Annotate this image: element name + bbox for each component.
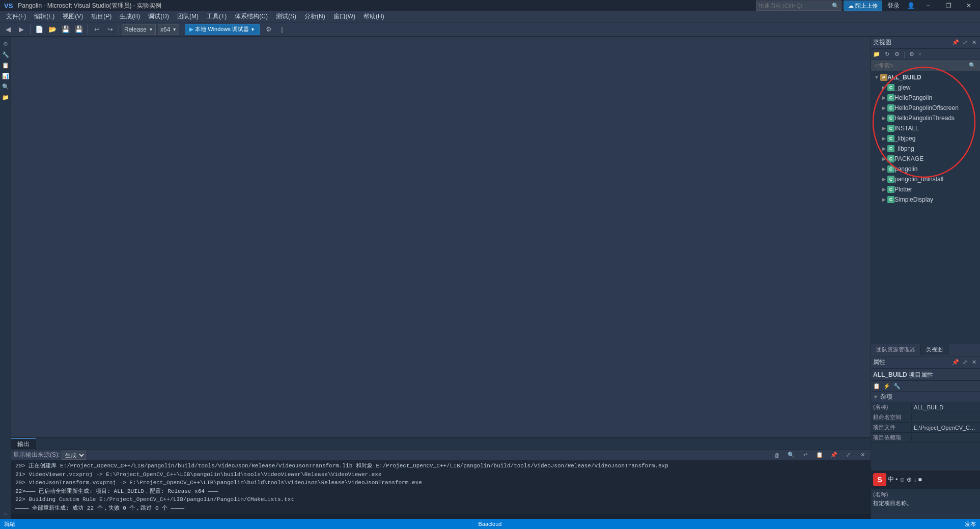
tree-expand-icon: ▶ — [880, 115, 887, 122]
tree-expand-icon: ▶ — [880, 125, 887, 132]
tree-expand-icon: ▶ — [880, 176, 887, 183]
menu-help[interactable]: 帮助(H) — [359, 11, 388, 22]
toolbar-redo[interactable]: ↪ — [104, 23, 116, 36]
tree-item-_libjpeg[interactable]: ▶C_libjpeg — [871, 133, 980, 144]
menu-analyze[interactable]: 分析(N) — [300, 11, 329, 22]
toolbar-extra2[interactable]: | — [276, 23, 288, 36]
menu-team[interactable]: 团队(M) — [173, 11, 203, 22]
toolbar-saveall[interactable]: 💾 — [73, 23, 85, 36]
status-ready: 就绪 — [4, 520, 15, 528]
tree-item-hellopangolinthreads[interactable]: ▶CHelloPangolinThreads — [871, 113, 980, 123]
tab-team-resources[interactable]: 团队资源管理器 — [871, 344, 921, 355]
tree-item-plotter[interactable]: ▶CPlotter — [871, 184, 980, 194]
properties-float[interactable]: ⤢ — [961, 358, 969, 367]
tree-item-pangolin[interactable]: ▶Cpangolin — [871, 164, 980, 174]
cv-gear-btn[interactable]: ⚙ — [892, 50, 902, 59]
classview-float[interactable]: ⤢ — [961, 39, 969, 47]
signin-button[interactable]: 登录 — [884, 2, 903, 10]
menu-debug[interactable]: 调试(D) — [144, 11, 173, 22]
output-float[interactable]: ⤢ — [842, 449, 854, 461]
output-line: 21> VideoViewer.vcxproj -> E:\Project_Op… — [15, 470, 866, 479]
classview-pin[interactable]: 📌 — [951, 39, 960, 47]
output-filter[interactable]: 🔍 — [785, 449, 797, 461]
account-icon[interactable]: 👤 — [905, 0, 917, 11]
tree-item-_libpng[interactable]: ▶C_libpng — [871, 144, 980, 154]
toolbar-open[interactable]: 📂 — [46, 23, 59, 36]
menu-view[interactable]: 视图(V) — [59, 11, 87, 22]
platform-dropdown[interactable]: x64 ▼ — [158, 24, 179, 35]
output-wrap[interactable]: ↵ — [799, 449, 811, 461]
menu-test[interactable]: 测试(S) — [272, 11, 300, 22]
toolbar-new[interactable]: 📄 — [33, 23, 45, 36]
menu-edit[interactable]: 编辑(E) — [30, 11, 59, 22]
sougou-emoji-btn[interactable]: ☺ — [899, 476, 905, 483]
main-editor-area — [11, 37, 871, 437]
tree-label-hellopangolin: HelloPangolin — [894, 94, 979, 101]
run-button[interactable]: ▶ 本地 Windows 调试器 ▼ — [185, 24, 260, 35]
classview-close[interactable]: ✕ — [970, 39, 978, 47]
output-pin[interactable]: 📌 — [828, 449, 840, 461]
classview-search-input[interactable] — [872, 62, 969, 69]
toolbar-save[interactable]: 💾 — [60, 23, 72, 36]
toolbar-forward[interactable]: ▶ — [15, 23, 27, 36]
menu-tools[interactable]: 工具(T) — [203, 11, 231, 22]
tree-item-install[interactable]: ▶CINSTALL — [871, 123, 980, 133]
cloud-upload-button[interactable]: ☁ 陀上上传 — [844, 1, 882, 11]
sidebar-toolbox[interactable]: 🔧 — [1, 49, 11, 60]
tree-item-all_build[interactable]: ▼PALL_BUILD — [871, 72, 980, 82]
tree-item-hellopangolin[interactable]: ▶CHelloPangolin — [871, 93, 980, 103]
props-btn3[interactable]: 🔧 — [892, 382, 902, 391]
output-clear[interactable]: 🗑 — [771, 449, 783, 461]
sidebar-icon4[interactable]: 📊 — [1, 71, 11, 81]
restore-button[interactable]: ❐ — [939, 0, 958, 11]
menu-window[interactable]: 窗口(W) — [329, 11, 359, 22]
sidebar-server-explorer[interactable]: ⚙ — [1, 39, 11, 49]
status-baacloud[interactable]: Baacloud — [479, 521, 502, 527]
output-source-select[interactable]: 生成 — [62, 451, 86, 460]
tree-item-package[interactable]: ▶CPACKAGE — [871, 154, 980, 164]
menu-project[interactable]: 项目(P) — [87, 11, 116, 22]
sougou-punct-btn[interactable]: • — [895, 476, 898, 483]
sidebar-icon6[interactable]: 📁 — [1, 92, 11, 102]
tree-item-hellopangolinoffscreen[interactable]: ▶CHelloPangolinOffscreen — [871, 103, 980, 113]
status-publish[interactable]: 发布 — [965, 520, 976, 528]
sidebar-icon3[interactable]: 📋 — [1, 60, 11, 70]
cv-refresh-btn[interactable]: ↻ — [882, 50, 891, 59]
tree-item-pangolin_uninstall[interactable]: ▶Cpangolin_uninstall — [871, 174, 980, 184]
props-btn1[interactable]: 📋 — [872, 382, 881, 391]
toolbar-extra[interactable]: ⚙ — [263, 23, 275, 36]
cv-settings-btn[interactable]: ⚙ — [907, 50, 916, 59]
menu-file[interactable]: 文件(F) — [2, 11, 30, 22]
sougou-icon[interactable]: S — [873, 473, 886, 486]
tree-item-simpledisplay[interactable]: ▶CSimpleDisplay — [871, 194, 980, 205]
sougou-skin-btn[interactable]: ■ — [918, 476, 921, 483]
props-btn2[interactable]: ⚡ — [882, 382, 891, 391]
sougou-voice-btn[interactable]: ↓ — [913, 476, 916, 483]
cv-folder-btn[interactable]: 📁 — [872, 50, 881, 59]
menu-architecture[interactable]: 体系结构(C) — [231, 11, 272, 22]
tree-item-_glew[interactable]: ▶C_glew — [871, 82, 980, 93]
tab-output[interactable]: 输出 — [11, 438, 36, 449]
toolbar-undo[interactable]: ↩ — [91, 23, 103, 36]
sidebar-icon5[interactable]: 🔍 — [1, 81, 11, 92]
close-button[interactable]: ✕ — [960, 0, 978, 11]
config-dropdown[interactable]: Release ▼ — [122, 24, 156, 35]
tab-classview[interactable]: 类视图 — [921, 344, 948, 355]
minimize-button[interactable]: − — [919, 0, 937, 11]
output-copy[interactable]: 📋 — [814, 449, 826, 461]
sougou-pinyin-btn[interactable]: ⊕ — [907, 476, 912, 483]
classview-search-box[interactable]: 🔍 — [871, 60, 980, 71]
status-left: 就绪 — [4, 520, 15, 528]
tree-expand-icon: ▼ — [873, 74, 880, 81]
sougou-lang-btn[interactable]: 中 — [888, 475, 894, 484]
quick-search-input[interactable] — [759, 3, 830, 9]
output-hscrollbar[interactable] — [11, 514, 871, 519]
toolbar-back[interactable]: ◀ — [2, 23, 14, 36]
sidebar-icon7[interactable]: ↔ — [1, 509, 11, 519]
properties-close[interactable]: ✕ — [970, 358, 978, 367]
output-line: 20> VideoJsonTransform.vcxproj -> E:\Pro… — [15, 479, 866, 487]
tree-label-install: INSTALL — [894, 125, 979, 132]
properties-pin[interactable]: 📌 — [951, 358, 960, 367]
output-close[interactable]: ✕ — [856, 449, 869, 461]
menu-build[interactable]: 生成(B) — [116, 11, 144, 22]
